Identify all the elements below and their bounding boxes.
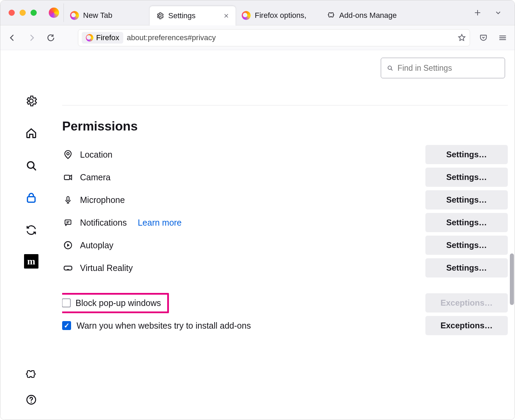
identity-box[interactable]: Firefox: [82, 32, 123, 44]
firefox-icon: [70, 11, 79, 20]
tab-dropdown-button[interactable]: [493, 7, 504, 18]
puzzle-icon: [328, 12, 335, 19]
tab-settings[interactable]: Settings: [150, 6, 236, 25]
identity-label: Firefox: [96, 33, 119, 42]
microphone-icon: [64, 195, 72, 204]
titlebar: New Tab Settings Firefox options, Add-on…: [0, 0, 515, 25]
permission-row-autoplay: Autoplay Settings…: [62, 234, 508, 257]
tab-new-tab[interactable]: New Tab: [64, 6, 150, 25]
preferences-page: Permissions Location Settings… Camera Se…: [62, 50, 515, 420]
block-popups-exceptions-button[interactable]: Exceptions…: [425, 293, 508, 313]
tab-addons-manager[interactable]: Add-ons Manage: [321, 6, 407, 25]
window-close-button[interactable]: [9, 10, 15, 16]
sidebar-item-privacy[interactable]: [23, 190, 39, 206]
permission-row-vr: Virtual Reality Settings…: [62, 257, 508, 279]
warn-addons-checkbox[interactable]: [62, 321, 71, 330]
tab-label: Firefox options,: [255, 11, 315, 20]
permission-row-notifications: Notifications Learn more Settings…: [62, 211, 508, 234]
tab-close-button[interactable]: [223, 13, 229, 19]
autoplay-settings-button[interactable]: Settings…: [425, 236, 508, 255]
navigation-toolbar: Firefox about:preferences#privacy: [0, 25, 515, 50]
lock-icon: [25, 191, 38, 204]
search-icon: [387, 64, 393, 72]
camera-icon: [63, 172, 73, 182]
search-icon: [25, 159, 38, 172]
gear-icon: [156, 12, 164, 20]
find-in-settings-input[interactable]: [398, 64, 499, 73]
pocket-button[interactable]: [478, 32, 489, 44]
block-popups-label: Block pop-up windows: [76, 298, 161, 308]
location-settings-button[interactable]: Settings…: [425, 145, 508, 164]
permission-label: Notifications: [80, 218, 127, 228]
permission-row-microphone: Microphone Settings…: [62, 189, 508, 211]
new-tab-button[interactable]: [472, 7, 483, 18]
notifications-icon: [64, 218, 72, 227]
vr-icon: [63, 263, 73, 273]
back-button[interactable]: [7, 32, 18, 44]
reload-button[interactable]: [45, 32, 57, 44]
warn-addons-row: Warn you when websites try to install ad…: [62, 314, 508, 337]
permission-label: Location: [80, 150, 113, 160]
tab-label: New Tab: [83, 11, 144, 20]
warn-addons-label: Warn you when websites try to install ad…: [77, 321, 251, 331]
permission-label: Autoplay: [80, 240, 113, 250]
firefox-icon: [242, 11, 251, 20]
window-zoom-button[interactable]: [31, 10, 37, 16]
sidebar-item-help[interactable]: [23, 391, 39, 408]
sidebar-item-mozilla[interactable]: m: [24, 254, 38, 269]
autoplay-icon: [63, 240, 73, 250]
window-minimize-button[interactable]: [20, 10, 26, 16]
highlight-box: Block pop-up windows: [62, 293, 169, 313]
firefox-icon: [86, 34, 93, 42]
sidebar-item-search[interactable]: [23, 157, 39, 174]
url-text: about:preferences#privacy: [127, 33, 216, 42]
permission-label: Microphone: [80, 195, 125, 205]
bookmark-star-button[interactable]: [457, 33, 466, 42]
notifications-settings-button[interactable]: Settings…: [425, 213, 508, 232]
find-in-settings-box[interactable]: [381, 58, 505, 78]
sidebar-item-general[interactable]: [23, 93, 39, 109]
scrollbar-thumb[interactable]: [510, 253, 514, 305]
block-popups-row: Block pop-up windows Exceptions…: [62, 292, 508, 314]
forward-button[interactable]: [26, 32, 37, 44]
notifications-learn-more-link[interactable]: Learn more: [138, 218, 182, 228]
help-icon: [25, 394, 37, 406]
sync-icon: [25, 224, 37, 236]
warn-addons-exceptions-button[interactable]: Exceptions…: [425, 316, 508, 335]
tab-label: Settings: [168, 11, 219, 20]
gear-icon: [25, 94, 38, 107]
app-menu-button[interactable]: [497, 32, 508, 44]
sidebar-item-home[interactable]: [23, 125, 39, 141]
permission-label: Virtual Reality: [80, 263, 133, 273]
home-icon: [25, 127, 38, 140]
tab-bar: New Tab Settings Firefox options, Add-on…: [64, 0, 466, 25]
sidebar-item-sync[interactable]: [23, 222, 39, 238]
tab-label: Add-ons Manage: [339, 11, 401, 20]
camera-settings-button[interactable]: Settings…: [425, 168, 508, 187]
window-controls: [4, 10, 44, 16]
microphone-settings-button[interactable]: Settings…: [425, 190, 508, 209]
tab-firefox-options[interactable]: Firefox options,: [236, 6, 321, 25]
firefox-menu-icon[interactable]: [44, 8, 64, 18]
permissions-heading: Permissions: [62, 119, 508, 134]
url-bar[interactable]: Firefox about:preferences#privacy: [78, 29, 470, 46]
permission-row-location: Location Settings…: [62, 143, 508, 166]
permission-row-camera: Camera Settings…: [62, 166, 508, 189]
preferences-content: m Permissions Location Settings…: [0, 50, 515, 420]
permission-label: Camera: [80, 172, 111, 182]
puzzle-icon: [25, 369, 37, 381]
vr-settings-button[interactable]: Settings…: [425, 258, 508, 277]
mozilla-icon: m: [27, 256, 35, 267]
block-popups-checkbox[interactable]: [62, 298, 71, 307]
preferences-sidebar: m: [0, 50, 62, 420]
section-divider: [62, 105, 508, 105]
sidebar-item-extensions[interactable]: [23, 367, 39, 383]
tab-extra-controls: [466, 7, 510, 18]
location-icon: [63, 150, 73, 159]
